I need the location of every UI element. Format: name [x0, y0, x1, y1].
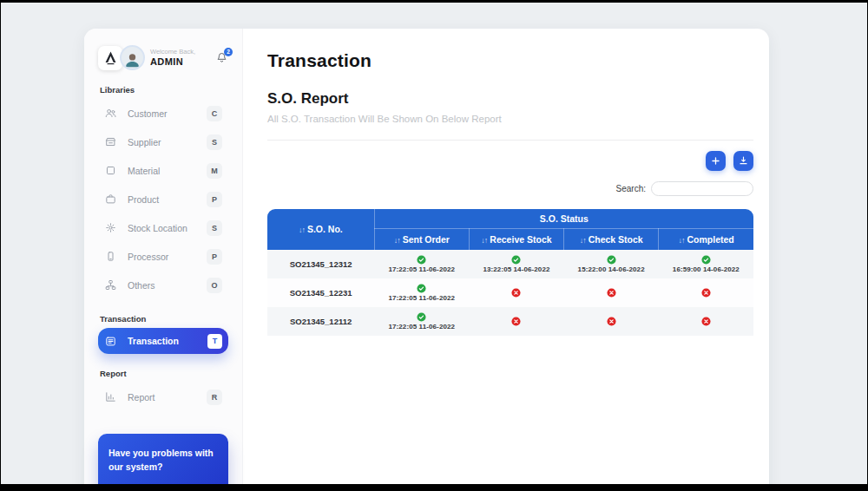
download-button[interactable] [733, 151, 753, 171]
status-cell [469, 307, 563, 336]
sidebar-item-others[interactable]: OthersO [98, 271, 228, 299]
sidebar-nav: LibrariesCustomerCSupplierSMaterialMProd… [98, 85, 228, 411]
shortcut-badge: P [207, 192, 222, 207]
status-cell [564, 278, 659, 307]
sidebar-item-customer[interactable]: CustomerC [98, 99, 228, 128]
sidebar-item-transaction[interactable]: TransactionT [98, 328, 228, 354]
check-circle-icon [417, 284, 426, 293]
x-circle-icon [511, 317, 521, 326]
x-circle-icon [607, 288, 616, 298]
status-timestamp: 13:22:05 14-06-2022 [483, 265, 549, 273]
search-label: Search: [616, 184, 646, 193]
shortcut-badge: O [207, 278, 222, 293]
screenshot-frame: Welcome Back, ADMIN 2 LibrariesCustomerC… [0, 0, 868, 491]
sort-icon: ↓↑ [481, 236, 487, 245]
box-icon [104, 164, 117, 177]
sort-icon: ↓↑ [580, 236, 586, 245]
column-header-completed[interactable]: ↓↑Completed [659, 228, 753, 250]
welcome-text: Welcome Back, [150, 49, 195, 56]
shortcut-badge: S [207, 134, 222, 150]
status-timestamp: 15:22:00 14-06-2022 [578, 265, 645, 273]
sidebar-item-label: Others [128, 280, 155, 291]
sidebar-item-supplier[interactable]: SupplierS [98, 128, 228, 156]
check-circle-icon [607, 255, 616, 265]
sidebar-item-stock-location[interactable]: Stock LocationS [98, 213, 228, 242]
so-number: SO21345_12231 [267, 278, 374, 307]
notifications-button[interactable]: 2 [214, 51, 228, 65]
user-avatar[interactable] [120, 45, 145, 70]
status-timestamp: 16:59:00 14-06-2022 [673, 265, 740, 273]
chart-icon [104, 390, 117, 403]
username: ADMIN [150, 56, 195, 67]
column-header-check-stock[interactable]: ↓↑Check Stock [564, 228, 659, 250]
page-title: Transaction [267, 50, 753, 71]
table-row: SO21345_1231217:22:05 11-06-202213:22:05… [267, 250, 753, 278]
sidebar-item-label: Product [128, 194, 159, 205]
app-background: Welcome Back, ADMIN 2 LibrariesCustomerC… [1, 3, 867, 484]
section-subtitle: All S.O. Transaction Will Be Shown On Be… [267, 114, 753, 124]
status-cell [564, 307, 659, 336]
column-header-label: Receive Stock [490, 234, 551, 245]
table-row: SO21345_1223117:22:05 11-06-2022 [267, 278, 753, 307]
shortcut-badge: S [207, 220, 222, 236]
so-number: SO21345_12112 [267, 307, 374, 336]
sidebar-item-product[interactable]: ProductP [98, 185, 228, 213]
x-circle-icon [701, 288, 711, 298]
check-circle-icon [701, 255, 711, 265]
shortcut-badge: M [207, 163, 222, 179]
mobile-icon [104, 250, 117, 263]
shortcut-badge: C [207, 106, 222, 121]
column-header-sent-order[interactable]: ↓↑Sent Order [374, 228, 469, 250]
status-cell: 15:22:00 14-06-2022 [564, 250, 659, 278]
plus-icon [710, 155, 721, 167]
section-label-transaction: Transaction [100, 314, 227, 324]
hierarchy-icon [104, 278, 117, 291]
status-cell: 17:22:05 11-06-2022 [374, 278, 469, 307]
sidebar: Welcome Back, ADMIN 2 LibrariesCustomerC… [84, 29, 243, 484]
x-circle-icon [607, 317, 616, 326]
sort-icon: ↓↑ [678, 236, 684, 245]
welcome-block: Welcome Back, ADMIN [150, 49, 195, 67]
sidebar-item-label: Report [128, 392, 155, 403]
download-icon [738, 155, 749, 167]
status-timestamp: 17:22:05 11-06-2022 [388, 294, 455, 302]
column-header-label: Sent Order [403, 234, 450, 245]
check-circle-icon [417, 312, 426, 322]
x-circle-icon [511, 288, 521, 298]
divider [267, 140, 753, 141]
sidebar-item-label: Stock Location [128, 223, 187, 233]
sort-icon: ↓↑ [394, 236, 400, 245]
column-header-receive-stock[interactable]: ↓↑Receive Stock [469, 228, 563, 250]
users-icon [104, 107, 117, 120]
sidebar-item-report[interactable]: ReportR [98, 383, 228, 411]
status-timestamp: 17:22:05 11-06-2022 [388, 265, 455, 273]
toolbar [267, 151, 753, 171]
shortcut-badge: R [207, 390, 222, 405]
sidebar-item-label: Transaction [128, 336, 179, 346]
status-cell: 17:22:05 11-06-2022 [374, 250, 469, 278]
notification-badge: 2 [224, 48, 233, 56]
sort-icon: ↓↑ [299, 226, 305, 234]
column-header-so-no[interactable]: ↓↑S.O. No. [267, 209, 374, 250]
support-card-title: Have you problems with our system? [108, 447, 218, 475]
section-label-report: Report [100, 369, 227, 378]
sidebar-item-label: Supplier [128, 137, 161, 147]
so-report-table: ↓↑S.O. No. S.O. Status ↓↑Sent Order↓↑Rec… [267, 209, 753, 336]
table-row: SO21345_1211217:22:05 11-06-2022 [267, 307, 753, 336]
search-row: Search: [267, 181, 753, 196]
sidebar-header: Welcome Back, ADMIN 2 [98, 45, 228, 70]
section-label-libraries: Libraries [100, 85, 227, 95]
status-cell [659, 278, 753, 307]
sidebar-item-label: Customer [128, 108, 168, 119]
sidebar-item-label: Material [128, 166, 160, 176]
status-cell [469, 278, 563, 307]
search-input[interactable] [651, 181, 753, 196]
column-header-label: Check Stock [589, 234, 643, 245]
sidebar-item-processor[interactable]: ProcessorP [98, 242, 228, 271]
check-circle-icon [511, 255, 521, 265]
add-button[interactable] [706, 151, 726, 171]
column-group-so-status: S.O. Status [374, 209, 753, 228]
sidebar-item-material[interactable]: MaterialM [98, 156, 228, 185]
shortcut-badge: P [207, 249, 222, 265]
status-cell: 16:59:00 14-06-2022 [659, 250, 753, 278]
